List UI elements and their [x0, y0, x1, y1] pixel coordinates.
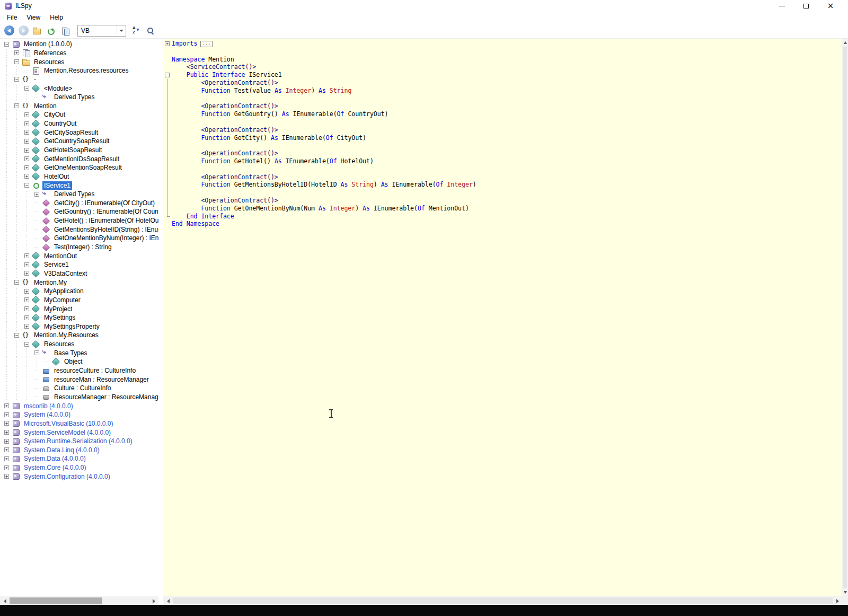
- tree-scroll-thumb[interactable]: [10, 597, 102, 604]
- expand-icon[interactable]: +: [24, 315, 29, 320]
- tree-item[interactable]: Test(Integer) : String: [2, 243, 158, 252]
- close-button[interactable]: ×: [823, 1, 838, 11]
- tree-expander[interactable]: −: [12, 57, 22, 66]
- tree-expander[interactable]: −: [2, 40, 12, 49]
- tree-expander[interactable]: +: [32, 190, 42, 199]
- collapse-region-icon[interactable]: −: [165, 73, 170, 77]
- tree-item[interactable]: +System.Core (4.0.0.0): [2, 463, 158, 472]
- expand-icon[interactable]: +: [4, 456, 9, 461]
- open-button[interactable]: [31, 24, 44, 37]
- tree-item[interactable]: +MyApplication: [2, 287, 158, 296]
- tree-expander[interactable]: +: [22, 119, 32, 128]
- expand-icon[interactable]: +: [4, 430, 9, 435]
- tree-item[interactable]: GetOneMentionByNum(Integer) : IEnumerabl…: [2, 234, 158, 243]
- tree-item[interactable]: +MentionOut: [2, 251, 158, 260]
- expand-icon[interactable]: +: [24, 289, 29, 294]
- tree-expander[interactable]: +: [22, 172, 32, 181]
- tree-expander[interactable]: +: [22, 146, 32, 155]
- collapse-icon[interactable]: −: [14, 280, 19, 285]
- code-hscroll-thumb[interactable]: [173, 597, 833, 604]
- collapse-icon[interactable]: −: [34, 350, 39, 355]
- tree-item[interactable]: GetGountry() : IEnumerable(Of CountryOut…: [2, 207, 158, 216]
- expand-icon[interactable]: +: [4, 447, 9, 452]
- sort-assemblies-button[interactable]: [131, 24, 144, 37]
- expand-icon[interactable]: +: [24, 271, 29, 276]
- tree-item[interactable]: +HotelOut: [2, 172, 158, 181]
- tree-item[interactable]: Object: [2, 357, 158, 366]
- tree-expander[interactable]: −: [32, 348, 42, 357]
- tree-item[interactable]: +System.Configuration (4.0.0.0): [2, 472, 158, 481]
- expand-icon[interactable]: +: [24, 148, 29, 153]
- tree-item[interactable]: Derived Types: [2, 93, 158, 102]
- maximize-button[interactable]: [798, 1, 814, 11]
- tree-item[interactable]: +MySettings: [2, 313, 158, 322]
- tree-item[interactable]: +System.Runtime.Serialization (4.0.0.0): [2, 437, 158, 446]
- tree-scroll-track[interactable]: [9, 596, 149, 605]
- collapse-icon[interactable]: −: [14, 77, 19, 82]
- collapse-icon[interactable]: −: [4, 42, 9, 47]
- tree-scroll-left-button[interactable]: [0, 596, 9, 605]
- tree-expander[interactable]: +: [2, 437, 12, 446]
- tree-item[interactable]: +System.Data (4.0.0.0): [2, 454, 158, 463]
- menu-help[interactable]: Help: [45, 13, 68, 22]
- tree-expander[interactable]: +: [2, 463, 12, 472]
- tree-expander[interactable]: −: [12, 75, 22, 84]
- expand-icon[interactable]: +: [24, 262, 29, 267]
- tree-item[interactable]: +GetCountrySoapResult: [2, 137, 158, 146]
- language-select[interactable]: VB: [77, 25, 126, 37]
- tree-expander[interactable]: +: [22, 313, 32, 322]
- tree-expander[interactable]: +: [22, 304, 32, 313]
- collapse-icon[interactable]: −: [14, 103, 19, 108]
- tree-item[interactable]: Culture : CultureInfo: [2, 384, 158, 393]
- tree-item[interactable]: +MySettingsProperty: [2, 322, 158, 331]
- tree-item[interactable]: +System.ServiceModel (4.0.0.0): [2, 428, 158, 437]
- tree-item[interactable]: ResourceManager : ResourceManager: [2, 393, 158, 402]
- tree-item[interactable]: Mention.Resources.resources: [2, 66, 158, 75]
- tree-item[interactable]: −Mention.My: [2, 278, 158, 287]
- expand-icon[interactable]: +: [24, 130, 29, 135]
- reload-button[interactable]: [46, 24, 58, 37]
- tree-item[interactable]: +CityOut: [2, 110, 158, 119]
- expand-icon[interactable]: +: [24, 174, 29, 179]
- expand-icon[interactable]: +: [14, 50, 19, 55]
- tree-expander[interactable]: −: [22, 340, 32, 349]
- tree-item[interactable]: +MyComputer: [2, 296, 158, 305]
- collapse-icon[interactable]: −: [24, 86, 29, 91]
- tree-item[interactable]: −Mention: [2, 101, 158, 110]
- tree-item[interactable]: −IService1: [2, 181, 158, 190]
- tree-expander[interactable]: +: [22, 296, 32, 305]
- tree-expander[interactable]: −: [12, 101, 22, 110]
- tree-expander[interactable]: −: [12, 278, 22, 287]
- code-vertical-scrollbar[interactable]: [842, 39, 848, 596]
- menu-file[interactable]: File: [2, 13, 22, 22]
- expand-region-icon[interactable]: +: [165, 41, 170, 46]
- tree-item[interactable]: +GetMentionIDsSoapResult: [2, 154, 158, 163]
- tree-item[interactable]: resourceCulture : CultureInfo: [2, 366, 158, 375]
- tree-expander[interactable]: +: [22, 260, 32, 269]
- expand-icon[interactable]: +: [34, 192, 39, 197]
- expand-icon[interactable]: +: [24, 112, 29, 117]
- tree-item[interactable]: GetCity() : IEnumerable(Of CityOut): [2, 199, 158, 208]
- collapse-icon[interactable]: −: [24, 342, 29, 347]
- tree-expander[interactable]: +: [22, 163, 32, 172]
- tree-scroll-right-button[interactable]: [149, 596, 158, 605]
- title-bar[interactable]: ILSpy ×: [0, 0, 848, 12]
- expand-icon[interactable]: +: [4, 439, 9, 444]
- tree-horizontal-scrollbar[interactable]: [0, 596, 158, 605]
- tree-item[interactable]: +CountryOut: [2, 119, 158, 128]
- expand-icon[interactable]: +: [24, 297, 29, 302]
- forward-button[interactable]: [17, 24, 30, 37]
- tree-item[interactable]: −Mention (1.0.0.0): [2, 40, 158, 49]
- tree-expander[interactable]: +: [2, 410, 12, 419]
- tree-item[interactable]: +GetHotelSoapResult: [2, 146, 158, 155]
- tree-expander[interactable]: +: [12, 49, 22, 58]
- tree-item[interactable]: +mscorlib (4.0.0.0): [2, 401, 158, 410]
- tree-item[interactable]: GetHotel() : IEnumerable(Of HotelOut): [2, 216, 158, 225]
- tree-item[interactable]: +System.Data.Linq (4.0.0.0): [2, 445, 158, 454]
- collapse-icon[interactable]: −: [14, 333, 19, 338]
- tree-expander[interactable]: +: [22, 251, 32, 260]
- code-scroll-right-button[interactable]: [833, 596, 842, 605]
- tree-item[interactable]: GetMentionsByHotelID(String) : IEnumerab…: [2, 225, 158, 234]
- expand-icon[interactable]: +: [4, 421, 9, 426]
- tree-item[interactable]: −Resources: [2, 340, 158, 349]
